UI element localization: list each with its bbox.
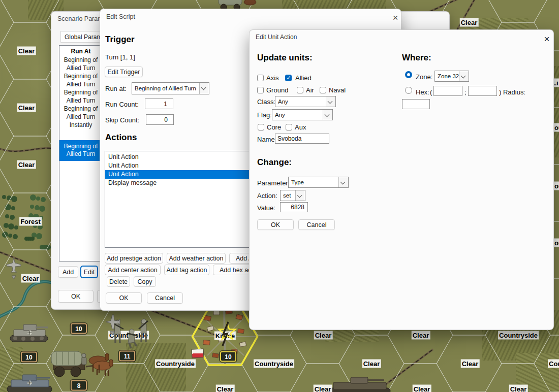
air-checkbox[interactable]: [297, 87, 303, 93]
value-input[interactable]: [280, 202, 308, 212]
allied-checkbox[interactable]: [285, 75, 292, 81]
add-center-action-button[interactable]: Add center action: [105, 265, 161, 275]
actions-list[interactable]: Unit ActionUnit ActionUnit ActionDisplay…: [105, 151, 255, 248]
value-label: Value:: [257, 204, 275, 212]
hex-radio[interactable]: [405, 87, 412, 94]
poland-flag-icon: [192, 348, 204, 358]
class-value: Any: [275, 99, 288, 105]
flag-dropdown[interactable]: Any: [272, 109, 333, 120]
where-heading: Where:: [402, 53, 431, 63]
tank-unit[interactable]: [329, 377, 390, 392]
chevron-down-icon: [326, 96, 335, 107]
runat-list[interactable]: Run AtBeginning of Allied TurnBeginning …: [59, 45, 103, 262]
action-buttons-row-2: Add center actionAdd tag actionAdd hex a…: [105, 265, 269, 275]
action-dropdown[interactable]: set: [280, 190, 305, 201]
edit-button[interactable]: Edit: [81, 266, 98, 278]
run-at-label: Run at:: [105, 85, 127, 92]
zone-radio-label: Zone:: [416, 73, 432, 81]
screenshot-root: ClearClearClearForestClearClearCountrysi…: [0, 0, 559, 392]
horse-wagon-unit[interactable]: [51, 351, 113, 377]
cancel-button[interactable]: Cancel: [147, 292, 183, 304]
chevron-down-icon: [459, 71, 469, 81]
aux-checkbox-label: Aux: [295, 123, 306, 131]
skip-count-input[interactable]: [146, 114, 174, 125]
axis-checkbox[interactable]: [257, 75, 264, 81]
parameter-label: Parameter:: [257, 179, 290, 187]
cancel-button[interactable]: Cancel: [298, 219, 335, 230]
chevron-down-icon: [295, 190, 305, 201]
close-icon[interactable]: ×: [541, 33, 552, 44]
ok-button[interactable]: OK: [257, 219, 294, 230]
tab-global-parameters[interactable]: Global Parame: [60, 31, 101, 43]
update-units-heading: Update units:: [257, 53, 313, 63]
runat-list-item[interactable]: Beginning of Allied Turn: [59, 105, 102, 121]
add-weather-action-button[interactable]: Add weather action: [167, 253, 226, 264]
tank-unit[interactable]: [10, 324, 48, 342]
allied-checkbox-label: Allied: [295, 74, 312, 82]
parameter-value: Type: [289, 179, 304, 185]
run-at-value: Beginning of Allied Turn: [132, 85, 196, 91]
action-value: set: [281, 192, 291, 199]
flag-value: Any: [272, 112, 285, 118]
naval-checkbox[interactable]: [320, 87, 326, 93]
action-list-item[interactable]: Unit Action: [105, 153, 255, 161]
runat-list-item[interactable]: Beginning of Allied Turn: [59, 56, 102, 72]
airplane-icon[interactable]: [7, 258, 21, 279]
actions-heading: Actions: [105, 133, 137, 143]
name-input[interactable]: [275, 134, 329, 144]
ok-button[interactable]: OK: [58, 290, 94, 303]
hex-y-input[interactable]: [468, 86, 497, 96]
ground-checkbox[interactable]: [257, 87, 264, 93]
hex-x-input[interactable]: [433, 86, 462, 96]
runat-list-item[interactable]: Beginning of Allied Turn: [59, 89, 102, 105]
action-buttons-row-3: DeleteCopy: [107, 276, 156, 287]
trigger-heading: Trigger: [105, 35, 135, 45]
air-checkbox-label: Air: [306, 86, 314, 94]
close-icon[interactable]: ×: [390, 12, 401, 23]
class-label: Class:: [257, 98, 275, 106]
chevron-down-icon: [323, 110, 332, 120]
add-tag-action-button[interactable]: Add tag action: [164, 265, 209, 275]
edit-trigger-button[interactable]: Edit Trigger: [105, 67, 143, 77]
chevron-down-icon: [338, 177, 348, 187]
naval-checkbox-label: Naval: [329, 86, 346, 94]
class-dropdown[interactable]: Any: [275, 96, 336, 107]
radius-label: ) Radius:: [499, 88, 525, 96]
runat-list-header: Run At: [59, 46, 102, 56]
delete-button[interactable]: Delete: [107, 276, 130, 287]
runat-list-item-selected[interactable]: Beginning of Allied Turn: [59, 140, 102, 161]
add-prestige-action-button[interactable]: Add prestige action: [105, 253, 163, 264]
zone-radio[interactable]: [405, 71, 412, 78]
hex-radio-label: Hex:: [416, 88, 429, 96]
separator-text: ;: [464, 88, 467, 96]
run-at-dropdown[interactable]: Beginning of Allied Turn: [132, 82, 209, 94]
aux-checkbox[interactable]: [286, 124, 292, 130]
runat-list-item[interactable]: Instantly: [59, 121, 102, 129]
runat-list-item[interactable]: Beginning of Allied Turn: [59, 73, 102, 88]
window-title: Edit Script: [106, 13, 135, 20]
runat-list-empty-row: [59, 130, 102, 140]
edit-unit-action-dialog: Edit Unit Action × Update units: Axis Al…: [249, 29, 554, 330]
ok-button[interactable]: OK: [106, 292, 142, 304]
radius-input[interactable]: [402, 99, 430, 109]
core-checkbox-label: Core: [267, 123, 281, 131]
change-heading: Change:: [257, 157, 292, 168]
forest-trees: [2, 194, 51, 250]
parameter-dropdown[interactable]: Type: [288, 177, 349, 188]
window-title: Edit Unit Action: [256, 34, 297, 41]
action-list-item[interactable]: Display message: [105, 179, 255, 187]
core-checkbox[interactable]: [258, 124, 264, 130]
action-list-item[interactable]: Unit Action: [105, 161, 255, 170]
copy-button[interactable]: Copy: [134, 276, 156, 287]
skip-count-label: Skip Count:: [105, 116, 139, 124]
axis-checkbox-label: Axis: [266, 74, 279, 82]
chevron-down-icon: [199, 83, 209, 94]
window-title: Scenario Params: [57, 15, 106, 22]
zone-dropdown[interactable]: Zone 32: [434, 71, 469, 82]
ground-checkbox-label: Ground: [266, 86, 288, 94]
name-label: Name:: [257, 136, 276, 143]
turn-range-text: Turn [1, 1]: [105, 53, 135, 61]
add-button[interactable]: Add: [58, 266, 78, 278]
run-count-input[interactable]: [145, 99, 173, 109]
action-list-item[interactable]: Unit Action: [105, 170, 255, 179]
